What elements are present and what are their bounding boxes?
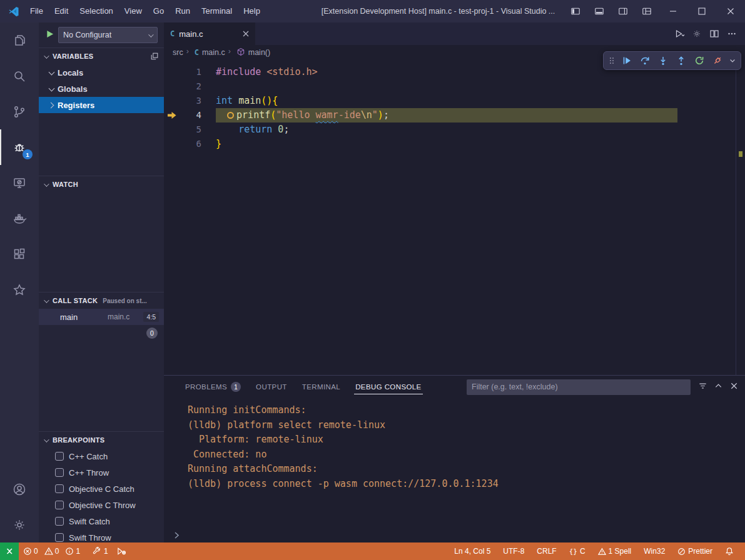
remote-indicator[interactable] xyxy=(0,542,19,560)
panel-tab-debug-console[interactable]: DEBUG CONSOLE xyxy=(348,376,429,398)
panel-tab-terminal[interactable]: TERMINAL xyxy=(295,376,348,398)
activity-search[interactable] xyxy=(0,58,39,94)
stack-frame-row[interactable]: main main.c 4:5 xyxy=(39,309,164,325)
breakpoint-objective-c-catch[interactable]: Objective C Catch xyxy=(39,481,164,497)
toolbar-drag-handle[interactable] xyxy=(606,52,617,69)
status-spell-checker[interactable]: 1 Spell xyxy=(592,547,638,556)
call-stack-header[interactable]: CALL STACK Paused on st... xyxy=(39,292,164,309)
maximize-button[interactable] xyxy=(687,0,716,22)
console-input-row[interactable] xyxy=(164,528,745,542)
breadcrumb-file[interactable]: main.c xyxy=(202,48,225,57)
menu-go[interactable]: Go xyxy=(148,0,170,22)
c-file-icon: C xyxy=(170,29,175,38)
run-or-debug-button[interactable] xyxy=(671,26,687,42)
checkbox-unchecked-icon[interactable] xyxy=(55,501,64,509)
overview-ruler[interactable] xyxy=(736,60,745,375)
step-into-button[interactable] xyxy=(654,52,672,69)
breakpoint-gutter[interactable] xyxy=(164,137,180,151)
editor-settings-icon[interactable] xyxy=(689,26,705,42)
activity-source-control[interactable] xyxy=(0,94,39,129)
breakpoint-swift-catch[interactable]: Swift Catch xyxy=(39,513,164,529)
status-notifications[interactable] xyxy=(719,547,740,556)
breakpoints-header[interactable]: BREAKPOINTS xyxy=(39,432,164,448)
tab-main-c[interactable]: C main.c xyxy=(164,22,255,45)
activity-account[interactable] xyxy=(0,471,39,507)
status-platform[interactable]: Win32 xyxy=(637,547,671,556)
menu-view[interactable]: View xyxy=(119,0,148,22)
toggle-panel-button[interactable] xyxy=(587,0,611,22)
variables-item-locals[interactable]: Locals xyxy=(39,64,164,81)
customize-layout-button[interactable] xyxy=(635,0,659,22)
status-language[interactable]: {}C xyxy=(563,547,592,556)
breakpoint-gutter[interactable] xyxy=(164,94,180,108)
breakpoint-swift-throw[interactable]: Swift Throw xyxy=(39,529,164,542)
breakpoint-c-catch[interactable]: C++ Catch xyxy=(39,448,164,464)
status-eol[interactable]: CRLF xyxy=(530,547,562,556)
breakpoint-gutter[interactable] xyxy=(164,79,180,94)
maximize-panel-icon[interactable] xyxy=(714,381,723,393)
menu-file[interactable]: File xyxy=(24,0,49,22)
status-problems[interactable]: 0 0 1 xyxy=(19,542,88,560)
filter-icon[interactable] xyxy=(698,381,707,393)
start-debugging-icon[interactable] xyxy=(45,29,54,41)
menu-help[interactable]: Help xyxy=(238,0,266,22)
activity-favorites[interactable] xyxy=(0,272,39,308)
debug-toolbar-more-icon[interactable] xyxy=(727,52,738,69)
breakpoint-gutter[interactable] xyxy=(164,122,180,137)
restart-button[interactable] xyxy=(691,52,708,69)
variables-header[interactable]: VARIABLES xyxy=(39,48,164,64)
breadcrumb-src[interactable]: src xyxy=(173,48,183,57)
code-line-4[interactable]: 4 printf("hello wamr-ide\n"); xyxy=(164,108,745,122)
breakpoint-c-throw[interactable]: C++ Throw xyxy=(39,464,164,481)
minimize-button[interactable] xyxy=(659,0,687,22)
step-over-button[interactable] xyxy=(636,52,654,69)
breakpoint-objective-c-throw[interactable]: Objective C Throw xyxy=(39,497,164,513)
activity-extensions[interactable] xyxy=(0,236,39,272)
status-prettier[interactable]: Prettier xyxy=(671,547,719,556)
code-line-2[interactable]: 2 xyxy=(164,79,745,94)
checkbox-unchecked-icon[interactable] xyxy=(55,468,64,477)
copy-icon[interactable] xyxy=(150,52,159,61)
close-window-button[interactable] xyxy=(716,0,745,22)
continue-button[interactable] xyxy=(618,52,636,69)
status-encoding[interactable]: UTF-8 xyxy=(497,547,530,556)
debug-config-dropdown[interactable]: No Configurat xyxy=(58,27,158,43)
checkbox-unchecked-icon[interactable] xyxy=(55,517,64,526)
variables-item-registers[interactable]: Registers xyxy=(39,97,164,113)
more-actions-button[interactable] xyxy=(724,26,740,42)
current-line-arrow-icon[interactable] xyxy=(164,108,180,122)
status-tools[interactable]: 1 xyxy=(88,542,113,560)
menu-terminal[interactable]: Terminal xyxy=(196,0,238,22)
breakpoint-gutter[interactable] xyxy=(164,65,180,79)
menu-run[interactable]: Run xyxy=(170,0,196,22)
panel-tab-problems[interactable]: PROBLEMS1 xyxy=(178,376,248,398)
close-panel-icon[interactable] xyxy=(729,381,739,393)
checkbox-unchecked-icon[interactable] xyxy=(55,533,64,542)
panel-tab-output[interactable]: OUTPUT xyxy=(248,376,295,398)
toggle-secondary-sidebar-button[interactable] xyxy=(611,0,635,22)
step-out-button[interactable] xyxy=(672,52,690,69)
console-filter-input[interactable] xyxy=(467,379,691,395)
activity-settings[interactable] xyxy=(0,507,39,542)
disconnect-button[interactable] xyxy=(709,52,726,69)
code-editor[interactable]: 1#include <stdio.h>23int main(){4 printf… xyxy=(164,60,745,151)
status-debug[interactable] xyxy=(113,542,131,560)
close-tab-icon[interactable] xyxy=(243,31,249,37)
watch-header[interactable]: WATCH xyxy=(39,176,164,192)
variables-item-globals[interactable]: Globals xyxy=(39,81,164,97)
activity-docker[interactable] xyxy=(0,201,39,236)
breadcrumb-symbol[interactable]: main() xyxy=(248,48,270,57)
split-editor-button[interactable] xyxy=(706,26,722,42)
code-line-5[interactable]: 5 return 0; xyxy=(164,122,745,137)
activity-explorer[interactable] xyxy=(0,22,39,58)
menu-selection[interactable]: Selection xyxy=(74,0,118,22)
activity-run-debug[interactable]: 1 xyxy=(0,129,39,165)
checkbox-unchecked-icon[interactable] xyxy=(55,484,64,493)
code-line-6[interactable]: 6} xyxy=(164,137,745,151)
toggle-primary-sidebar-button[interactable] xyxy=(564,0,587,22)
activity-remote-explorer[interactable] xyxy=(0,165,39,201)
checkbox-unchecked-icon[interactable] xyxy=(55,452,64,461)
status-line-col[interactable]: Ln 4, Col 5 xyxy=(448,547,497,556)
code-line-3[interactable]: 3int main(){ xyxy=(164,94,745,108)
menu-edit[interactable]: Edit xyxy=(49,0,74,22)
